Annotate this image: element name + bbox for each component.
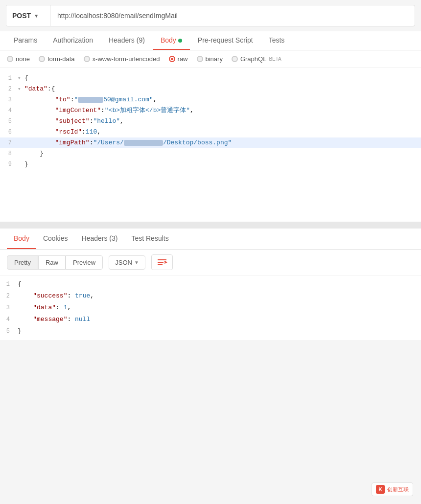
resp-tab-body[interactable]: Body — [7, 229, 36, 249]
body-type-bar: none form-data x-www-form-urlencoded raw… — [0, 50, 421, 68]
radio-form-data — [39, 56, 45, 62]
watermark-icon: K — [376, 485, 385, 494]
format-pretty[interactable]: Pretty — [7, 255, 38, 270]
body-type-graphql[interactable]: GraphQLBETA — [232, 55, 281, 63]
watermark: K 创新互联 — [372, 482, 413, 496]
code-line-9: 9 } — [0, 159, 421, 170]
tab-authorization[interactable]: Authorization — [45, 31, 101, 50]
json-type-label: JSON — [115, 259, 132, 266]
body-active-dot — [178, 39, 182, 43]
panel-divider — [0, 225, 421, 229]
wrap-icon — [157, 258, 167, 267]
resp-line-1: 1 { — [0, 278, 421, 290]
code-line-2: 2 ▾ "data":{ — [0, 84, 421, 94]
body-type-urlencoded[interactable]: x-www-form-urlencoded — [84, 55, 160, 63]
json-dropdown-icon: ▼ — [134, 260, 139, 265]
json-type-selector[interactable]: JSON ▼ — [109, 255, 145, 270]
resp-line-5: 5 } — [0, 325, 421, 337]
resp-line-2: 2 "success": true, — [0, 290, 421, 302]
radio-graphql — [232, 56, 238, 62]
format-preview[interactable]: Preview — [66, 255, 103, 270]
code-line-1: 1 ▾ { — [0, 73, 421, 84]
request-tab-bar: Params Authorization Headers (9) Body Pr… — [0, 31, 421, 50]
format-raw[interactable]: Raw — [38, 255, 66, 270]
body-type-none[interactable]: none — [7, 55, 30, 63]
code-line-3: 3 "to":" 50@gmail.com", — [0, 94, 421, 105]
body-type-raw[interactable]: raw — [169, 55, 188, 63]
radio-none — [7, 56, 13, 62]
url-bar: POST ▼ — [6, 5, 415, 26]
radio-urlencoded — [84, 56, 90, 62]
watermark-text: 创新互联 — [387, 486, 409, 493]
method-dropdown-icon: ▼ — [34, 13, 39, 19]
radio-raw — [169, 56, 175, 62]
response-tab-bar: Body Cookies Headers (3) Test Results — [0, 229, 421, 250]
code-line-4: 4 "imgContent":"<b>加粗字体</b>普通字体", — [0, 105, 421, 116]
code-line-8: 8 } — [0, 148, 421, 159]
wrap-icon-button[interactable] — [151, 254, 173, 270]
tab-body[interactable]: Body — [153, 31, 190, 50]
resp-tab-test-results[interactable]: Test Results — [124, 229, 175, 249]
resp-tab-headers[interactable]: Headers (3) — [75, 229, 125, 249]
code-line-6: 6 "rscId":110, — [0, 127, 421, 137]
method-text: POST — [12, 12, 31, 20]
method-selector[interactable]: POST ▼ — [6, 5, 50, 26]
response-toolbar: Pretty Raw Preview JSON ▼ — [0, 250, 421, 275]
code-line-5: 5 "subject":"hello", — [0, 116, 421, 127]
tab-params[interactable]: Params — [6, 31, 45, 50]
tab-pre-request[interactable]: Pre-request Script — [190, 31, 261, 50]
request-body-editor[interactable]: 1 ▾ { 2 ▾ "data":{ 3 "to":" 50@gmail.com… — [0, 68, 421, 225]
tab-tests[interactable]: Tests — [261, 31, 293, 50]
response-body-viewer: 1 { 2 "success": true, 3 "data": 1, 4 "m… — [0, 275, 421, 340]
tab-headers[interactable]: Headers (9) — [101, 31, 153, 50]
resp-tab-cookies[interactable]: Cookies — [36, 229, 75, 249]
format-group: Pretty Raw Preview — [7, 255, 103, 270]
radio-binary — [197, 56, 203, 62]
response-section: Body Cookies Headers (3) Test Results Pr… — [0, 229, 421, 340]
resp-line-3: 3 "data": 1, — [0, 302, 421, 314]
resp-line-4: 4 "message": null — [0, 314, 421, 325]
beta-label: BETA — [269, 56, 281, 62]
url-input[interactable] — [50, 12, 415, 20]
body-type-binary[interactable]: binary — [197, 55, 223, 63]
body-type-form-data[interactable]: form-data — [39, 55, 75, 63]
code-line-7: 7 "imgPath":"/Users/ /Desktop/boss.png" — [0, 137, 421, 148]
